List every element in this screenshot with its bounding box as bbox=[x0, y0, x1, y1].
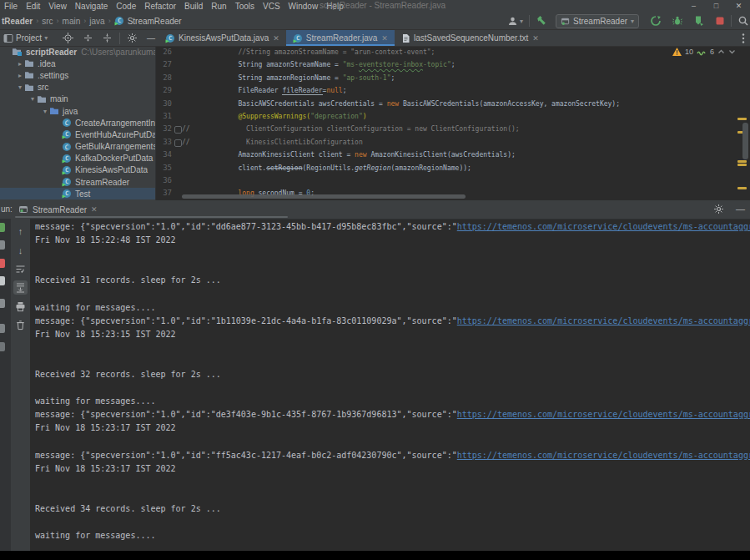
chevron-closed-icon[interactable]: ▸ bbox=[16, 60, 24, 68]
project-panel-title[interactable]: Project bbox=[16, 33, 42, 43]
source-url-link[interactable]: https://temenos.com/microservice/cloudev… bbox=[457, 451, 750, 460]
editor-horizontal-scrollbar[interactable] bbox=[182, 194, 466, 199]
menu-item-tools[interactable]: Tools bbox=[231, 2, 259, 11]
fold-marker-icon[interactable] bbox=[174, 139, 182, 147]
search-icon[interactable] bbox=[737, 15, 749, 27]
stop-icon[interactable] bbox=[0, 259, 5, 268]
run-with-coverage-icon[interactable] bbox=[693, 15, 705, 27]
debug-bug-icon[interactable] bbox=[672, 15, 683, 27]
hide-panel-icon[interactable]: — bbox=[147, 33, 155, 43]
editor-tab[interactable]: lastSavedSequenceNumber.txt✕ bbox=[395, 30, 546, 46]
tree-item-streamreader[interactable]: CStreamReader bbox=[0, 176, 155, 188]
menu-item-view[interactable]: View bbox=[44, 2, 71, 11]
console-output[interactable]: message: {"specversion":"1.0","id":"dd6a… bbox=[30, 220, 750, 560]
breadcrumb-item[interactable]: src bbox=[42, 17, 53, 26]
chevron-closed-icon[interactable]: ▸ bbox=[16, 72, 24, 79]
stop-icon[interactable] bbox=[715, 16, 725, 26]
menu-item-file[interactable]: File bbox=[0, 2, 22, 11]
scroll-to-end-icon[interactable] bbox=[13, 280, 28, 295]
close-icon[interactable]: ✕ bbox=[91, 205, 98, 214]
locate-target-icon[interactable] bbox=[63, 33, 73, 43]
collapse-all-icon[interactable] bbox=[102, 33, 113, 43]
menu-item-edit[interactable]: Edit bbox=[22, 2, 44, 11]
next-issue-icon[interactable] bbox=[728, 48, 736, 55]
gear-icon[interactable] bbox=[713, 204, 724, 214]
tree-item-kinesisawsputdata[interactable]: CKinesisAwsPutData bbox=[0, 164, 155, 176]
close-icon[interactable]: ✕ bbox=[381, 34, 388, 43]
rerun-icon[interactable] bbox=[0, 223, 5, 232]
stripe-warning-mark[interactable] bbox=[737, 187, 747, 189]
fold-marker-icon[interactable] bbox=[174, 126, 182, 134]
breadcrumb-item[interactable]: main bbox=[63, 17, 81, 26]
console-text: Fri Nov 18 15:23:17 IST 2022 bbox=[35, 464, 176, 473]
chevron-down-icon[interactable]: ▾ bbox=[44, 34, 48, 42]
tree-item-label: KinesisAwsPutData bbox=[75, 165, 148, 174]
run-config-select[interactable]: StreamReader ▾ bbox=[556, 14, 639, 28]
toolbar-icon[interactable] bbox=[0, 342, 5, 351]
project-view-icon[interactable] bbox=[3, 33, 13, 43]
maximize-icon[interactable]: □ bbox=[705, 0, 727, 13]
source-url-link[interactable]: https://temenos.com/microservice/cloudev… bbox=[457, 316, 750, 325]
close-icon[interactable]: ✕ bbox=[273, 34, 279, 43]
chevron-open-icon[interactable]: ▾ bbox=[41, 108, 49, 115]
restart-icon[interactable] bbox=[0, 276, 5, 285]
up-stack-trace-icon[interactable]: ↑ bbox=[13, 224, 28, 238]
chevron-down-icon[interactable]: ▾ bbox=[520, 18, 523, 25]
toolbar-icon[interactable] bbox=[0, 240, 5, 250]
tree-item-idea[interactable]: ▸.idea bbox=[0, 58, 155, 69]
expand-all-icon[interactable] bbox=[83, 33, 93, 43]
menu-item-navigate[interactable]: Navigate bbox=[71, 2, 112, 11]
warning-icon bbox=[672, 48, 682, 56]
run-icon[interactable] bbox=[650, 15, 662, 27]
tree-item-createarrangementinfov3[interactable]: CCreateArrangementInfoV3 bbox=[0, 117, 155, 129]
stripe-warning-mark[interactable] bbox=[737, 160, 747, 163]
toolbar-icon[interactable] bbox=[0, 324, 5, 333]
chevron-open-icon[interactable]: ▾ bbox=[28, 95, 37, 103]
editor-vertical-scrollbar[interactable] bbox=[742, 123, 748, 159]
source-url-link[interactable]: https://temenos.com/microservice/cloudev… bbox=[457, 410, 750, 419]
tree-item-eventhubazureputdata[interactable]: CEventHubAzurePutData bbox=[0, 129, 155, 140]
menu-item-run[interactable]: Run bbox=[207, 2, 230, 11]
menu-item-vcs[interactable]: VCS bbox=[259, 2, 284, 11]
down-stack-trace-icon[interactable]: ↓ bbox=[13, 243, 28, 257]
menu-item-refactor[interactable]: Refactor bbox=[140, 2, 180, 11]
tree-item-main[interactable]: ▾main bbox=[0, 93, 155, 105]
menu-item-code[interactable]: Code bbox=[112, 2, 140, 11]
user-icon[interactable] bbox=[507, 16, 518, 27]
more-tabs-icon[interactable] bbox=[742, 33, 745, 44]
tree-item-settings[interactable]: ▸.settings bbox=[0, 69, 155, 81]
hide-panel-icon[interactable]: — bbox=[736, 204, 745, 214]
tree-item-kafkadockerputdata[interactable]: CKafkaDockerPutData bbox=[0, 153, 155, 164]
stripe-warning-mark[interactable] bbox=[737, 118, 747, 120]
tree-item-scriptreader[interactable]: scriptReaderC:\Users\parunkumar\Dow bbox=[0, 46, 155, 58]
breadcrumb-item[interactable]: tReader bbox=[2, 17, 33, 26]
tree-item-label: KafkaDockerPutData bbox=[75, 154, 153, 163]
tree-item-getbulkarrangementsv3[interactable]: CGetBulkArrangementsV3 bbox=[0, 141, 155, 153]
chevron-open-icon[interactable]: ▾ bbox=[16, 83, 24, 91]
tree-item-src[interactable]: ▾src bbox=[0, 82, 155, 93]
menu-item-window[interactable]: Window bbox=[284, 2, 323, 11]
inspections-widget[interactable]: 10 6 bbox=[670, 48, 738, 56]
editor-tab[interactable]: CStreamReader.java✕ bbox=[286, 30, 395, 46]
close-icon[interactable]: ✕ bbox=[532, 34, 539, 43]
close-icon[interactable]: ✕ bbox=[727, 0, 750, 13]
breadcrumb-class[interactable]: StreamReader bbox=[128, 17, 182, 26]
print-icon[interactable] bbox=[13, 300, 28, 314]
typo-icon bbox=[697, 48, 707, 56]
editor-tab[interactable]: CKinesisAwsPutData.java✕ bbox=[159, 30, 286, 46]
breadcrumb-item[interactable]: java bbox=[89, 17, 104, 26]
menu-item-build[interactable]: Build bbox=[180, 2, 207, 11]
build-hammer-icon[interactable] bbox=[536, 15, 547, 27]
code-editor[interactable]: 262728293031323334353637 //String amazon… bbox=[156, 46, 750, 200]
stripe-warning-mark[interactable] bbox=[737, 164, 747, 166]
soft-wrap-icon[interactable] bbox=[13, 262, 28, 276]
tree-item-test[interactable]: CTest bbox=[0, 188, 155, 199]
clear-all-icon[interactable] bbox=[13, 318, 28, 332]
tree-item-java[interactable]: ▾java bbox=[0, 105, 155, 117]
gear-icon[interactable] bbox=[127, 33, 138, 43]
source-url-link[interactable]: https://temenos.com/microservice/cloudev… bbox=[457, 222, 750, 231]
frame-icon[interactable] bbox=[0, 299, 5, 308]
prev-issue-icon[interactable] bbox=[717, 48, 725, 55]
minimize-icon[interactable]: – bbox=[682, 0, 705, 13]
code-token: new bbox=[387, 100, 399, 108]
